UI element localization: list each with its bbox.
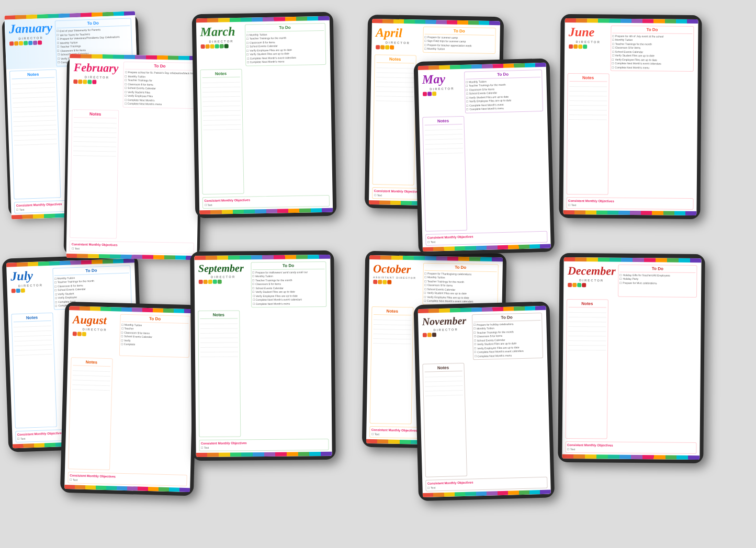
director-label-may: DIRECTOR — [422, 86, 461, 90]
todo-title-apr: To Do — [424, 28, 494, 35]
todo-dec-1: Holiday Gifts for Teachers/All Employees — [619, 273, 695, 277]
page-february: February DIRECTOR To Do Prepare school f… — [66, 54, 200, 260]
director-label-mar: DIRECTOR — [200, 39, 242, 43]
page-september: September DIRECTOR To Do Prepare for Hal… — [194, 254, 332, 456]
header-apr: April DIRECTOR To Do Prepare for summer … — [371, 22, 500, 54]
page-june: June DIRECTOR To Do Prepare for 4th of J… — [563, 18, 698, 215]
month-title-jan: January — [9, 21, 53, 37]
objectives-item-feb: Text — [72, 247, 192, 252]
month-title-jun: June — [569, 25, 608, 39]
body-feb: Notes — [66, 107, 199, 242]
todo-title-sep: To Do — [252, 262, 324, 269]
card-september: September DIRECTOR To Do Prepare for Hal… — [190, 250, 335, 461]
todo-jun-4: Classroom $ for items — [612, 46, 692, 50]
footer-jun: Consistent Monthly Objectives Text — [563, 196, 696, 211]
todo-title-feb: To Do — [125, 63, 195, 71]
page-march: March DIRECTOR To Do Monthly Tuition Tea… — [196, 16, 333, 214]
card-march: March DIRECTOR To Do Monthly Tuition Tea… — [192, 12, 337, 219]
header-nov: November DIRECTOR To Do Prepare for holi… — [418, 310, 547, 362]
body-jun: Notes — [563, 72, 697, 197]
todo-sep-7: Verify Employee Files are up to date — [252, 293, 324, 298]
todo-sep-1: Prepare for Halloween/ send candy email … — [252, 270, 324, 274]
todo-title-nov: To Do — [473, 314, 540, 322]
director-label-dec: DIRECTOR — [568, 278, 616, 282]
assistant-director-label-oct: ASSISTANT DIRECTOR — [373, 276, 420, 280]
todo-title-dec: To Do — [620, 266, 695, 272]
notes-title-jan: Notes — [12, 71, 54, 79]
body-may: Notes — [419, 112, 550, 233]
objectives-item-sep: Text — [201, 444, 326, 449]
page-december: December DIRECTOR To Do Holiday Gifts fo… — [562, 257, 701, 459]
footer-dec: Consistent Monthly Objectives Text — [562, 440, 699, 455]
director-label-jun: DIRECTOR — [569, 40, 608, 43]
header-aug: August DIRECTOR To Do Monthly Tuition Te… — [67, 310, 194, 359]
notes-title-mar: Notes — [202, 71, 240, 77]
month-title-feb: February — [74, 61, 121, 75]
month-title-apr: April — [376, 26, 420, 40]
notes-title-jul: Notes — [13, 314, 51, 322]
todo-jun-6: Verify Student Files are up to date — [612, 54, 692, 58]
header-dec: December DIRECTOR To Do Holiday Gifts fo… — [563, 261, 702, 299]
todo-feb-9: Complete Next Month's menu — [125, 102, 194, 107]
objectives-item-dec: Text — [567, 447, 694, 451]
header-mar: March DIRECTOR To Do Monthly Tuition Tea… — [196, 20, 330, 67]
month-title-oct: October — [373, 262, 420, 277]
todo-dec-5 — [619, 291, 695, 295]
director-label-feb: DIRECTOR — [73, 75, 120, 79]
director-label-apr: DIRECTOR — [376, 41, 420, 44]
body-nov: Notes — [419, 359, 550, 479]
todo-sep-5: School Events Calendar — [252, 286, 324, 290]
page-november: November DIRECTOR To Do Prepare for holi… — [418, 305, 550, 497]
todo-sep-8: Complete Next Month's event calendars — [253, 298, 325, 302]
page-august: August DIRECTOR To Do Monthly Tuition Te… — [64, 306, 195, 492]
header-jun: June DIRECTOR To Do Prepare for 4th of J… — [564, 22, 698, 73]
notes-title-aug: Notes — [73, 359, 110, 367]
month-title-sep: September — [198, 262, 248, 275]
body-sep: Notes — [195, 308, 332, 439]
objectives-title-dec: Consistent Monthly Objectives — [567, 443, 694, 447]
todo-dec-4 — [619, 288, 695, 292]
month-title-may: May — [422, 71, 461, 86]
todo-sep-9: Complete Next Month's menu — [253, 301, 325, 305]
header-oct: October ASSISTANT DIRECTOR To Do Prepare… — [368, 259, 502, 306]
director-label-sep: DIRECTOR — [198, 275, 248, 279]
todo-sep-6: Verify Student Files are up to date — [252, 290, 324, 294]
notes-title-sep: Notes — [200, 312, 238, 319]
todo-title-aug: To Do — [121, 315, 188, 323]
todo-jun-2: Monthly Tuition — [612, 38, 692, 42]
objectives-item-mar: Text — [204, 201, 327, 206]
month-title-mar: March — [200, 24, 242, 39]
rainbow-stripe-sep-bottom — [196, 451, 332, 456]
objectives-title-jun: Consistent Monthly Objectives — [568, 199, 691, 203]
todo-sep-3: Teacher Trainings for the month — [252, 278, 324, 282]
todo-jun-5: School Events Calendar — [612, 50, 692, 54]
objectives-title-sep: Consistent Monthly Objectives — [201, 440, 326, 444]
card-december: December DIRECTOR To Do Holiday Gifts fo… — [558, 253, 705, 463]
notes-title-nov: Notes — [424, 365, 462, 372]
header-may: May DIRECTOR To Do Monthly Tuition Teach… — [418, 66, 547, 115]
header-sep: September DIRECTOR To Do Prepare for Hal… — [194, 258, 331, 309]
todo-title-may: To Do — [466, 71, 540, 79]
body-dec: Notes — [562, 298, 701, 441]
card-may: May DIRECTOR To Do Monthly Tuition Teach… — [413, 59, 555, 256]
objectives-item-jun: Text — [568, 203, 691, 207]
card-june: June DIRECTOR To Do Prepare for 4th of J… — [559, 14, 702, 219]
month-title-aug: August — [73, 313, 118, 327]
main-container: January DIRECTOR To Do End of year Stat — [0, 0, 756, 548]
card-august: August DIRECTOR To Do Monthly Tuition Te… — [60, 302, 198, 496]
header-feb: February DIRECTOR To Do Prepare school f… — [69, 58, 200, 110]
todo-sep-2: Monthly Tuition — [252, 274, 324, 278]
footer-feb: Consistent Monthly Objectives Text — [66, 239, 197, 256]
todo-mar-8: Complete Next Month's menu — [247, 59, 324, 64]
rainbow-stripe-jun-bottom — [563, 210, 696, 215]
notes-title-oct: Notes — [374, 309, 411, 315]
notes-title-may: Notes — [424, 118, 462, 125]
month-title-dec: December — [568, 264, 616, 278]
rainbow-stripe-dec-bottom — [562, 454, 699, 459]
month-title-jul: July — [10, 268, 50, 283]
body-aug: Notes — [64, 356, 193, 474]
notes-title-apr: Notes — [376, 56, 414, 63]
body-mar: Notes — [197, 65, 332, 196]
todo-sep-4: Classroom $ for items — [252, 282, 324, 286]
todo-title-oct: To Do — [424, 264, 497, 271]
